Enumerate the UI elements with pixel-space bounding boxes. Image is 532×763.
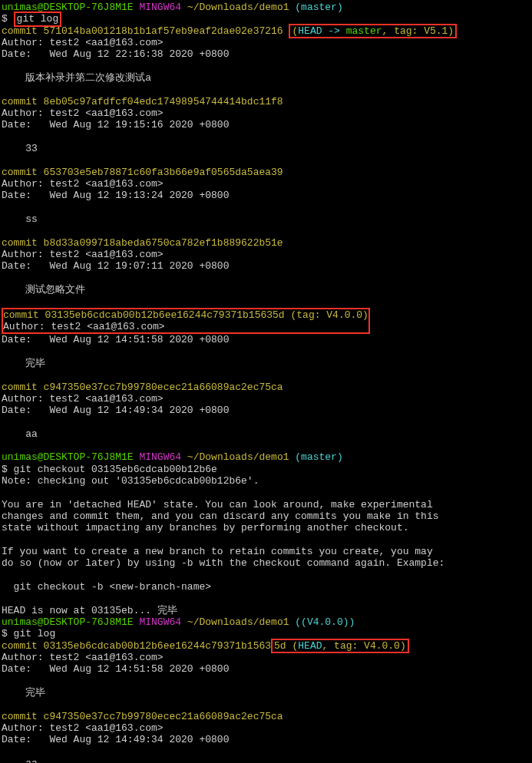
commit-line: commit 653703e5eb78871c60fa3b66e9af0565d… xyxy=(2,167,530,178)
commit-line: commit 571014ba001218b1b1af57eb9eaf2dae0… xyxy=(2,25,530,37)
date: Date: Wed Aug 12 19:15:16 2020 +0800 xyxy=(2,119,530,130)
author: Author: test2 <aa1@163.com> xyxy=(2,722,530,734)
highlight-box: (HEAD -> master, tag: V5.1) xyxy=(289,24,457,38)
author: Author: test2 <aa1@163.com> xyxy=(2,37,530,48)
checkout-msg: changes and commit them, and you can dis… xyxy=(2,510,530,522)
date: Date: Wed Aug 12 22:16:38 2020 +0800 xyxy=(2,48,530,60)
date: Date: Wed Aug 12 19:07:11 2020 +0800 xyxy=(2,260,530,272)
highlight-box: commit 03135eb6cdcab00b12b6ee16244c79371… xyxy=(2,308,370,335)
checkout-msg: You are in 'detached HEAD' state. You ca… xyxy=(2,499,530,510)
checkout-msg: HEAD is now at 03135eb... 完毕 xyxy=(2,605,530,616)
author: Author: test2 <aa1@163.com> xyxy=(2,652,530,663)
checkout-note: Note: checking out '03135eb6cdcab00b12b6… xyxy=(2,475,530,487)
checkout-msg: git checkout -b <new-branch-name> xyxy=(2,581,530,593)
msg: 完毕 xyxy=(2,358,530,369)
branch: (master) xyxy=(295,2,342,13)
commit-line: commit 8eb05c97afdfcf04edc17498954744414… xyxy=(2,96,530,107)
commit-line: commit b8d33a099718abeda6750ca782ef1b889… xyxy=(2,237,530,249)
cmd-line[interactable]: $ git log xyxy=(2,628,530,639)
checkout-msg: do so (now or later) by using -b with th… xyxy=(2,557,530,569)
msg: ss xyxy=(2,213,530,225)
prompt-line: unimas@DESKTOP-76J8M1E MINGW64 ~/Downloa… xyxy=(2,451,530,463)
author: Author: test2 <aa1@163.com> xyxy=(3,321,368,332)
path: ~/Downloads/demo1 xyxy=(187,2,289,13)
date: Date: Wed Aug 12 14:49:34 2020 +0800 xyxy=(2,734,530,745)
msg: aa xyxy=(2,428,530,440)
msg: 版本补录并第二次修改测试a xyxy=(2,72,530,84)
highlight-box: 5d (HEAD, tag: V4.0.0) xyxy=(271,639,409,653)
msg: aa xyxy=(2,758,530,763)
commit-line: commit c947350e37cc7b99780ecec21a66089ac… xyxy=(2,382,530,393)
msg: 测试忽略文件 xyxy=(2,284,530,296)
author: Author: test2 <aa1@163.com> xyxy=(2,178,530,190)
date: Date: Wed Aug 12 14:51:58 2020 +0800 xyxy=(2,334,530,345)
prompt-line: unimas@DESKTOP-76J8M1E MINGW64 ~/Downloa… xyxy=(2,2,530,13)
commit-line: commit 03135eb6cdcab00b12b6ee16244c79371… xyxy=(3,309,368,321)
date: Date: Wed Aug 12 14:51:58 2020 +0800 xyxy=(2,663,530,675)
commit-line: commit c947350e37cc7b99780ecec21a66089ac… xyxy=(2,711,530,722)
checkout-msg: state without impacting any branches by … xyxy=(2,522,530,533)
cmd-line[interactable]: $ git checkout 03135eb6cdcab00b12b6e xyxy=(2,464,530,475)
author: Author: test2 <aa1@163.com> xyxy=(2,393,530,405)
msg: 33 xyxy=(2,143,530,154)
prompt-line: unimas@DESKTOP-76J8M1E MINGW64 ~/Downloa… xyxy=(2,616,530,628)
sys: MINGW64 xyxy=(139,2,181,13)
checkout-msg: If you want to create a new branch to re… xyxy=(2,546,530,557)
author: Author: test2 <aa1@163.com> xyxy=(2,107,530,119)
commit-line: commit 03135eb6cdcab00b12b6ee16244c79371… xyxy=(2,640,530,652)
date: Date: Wed Aug 12 14:49:34 2020 +0800 xyxy=(2,405,530,416)
msg: 完毕 xyxy=(2,687,530,699)
date: Date: Wed Aug 12 19:13:24 2020 +0800 xyxy=(2,190,530,201)
author: Author: test2 <aa1@163.com> xyxy=(2,249,530,260)
